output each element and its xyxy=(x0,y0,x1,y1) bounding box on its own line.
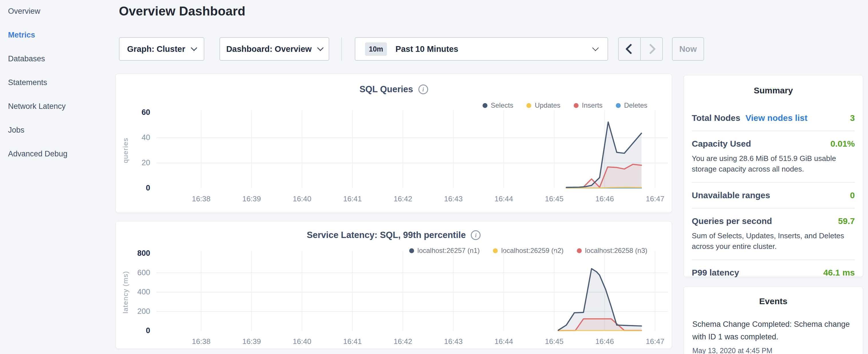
y-tick-label: 400 xyxy=(128,288,150,296)
event-item[interactable]: Schema Change Completed: Schema change w… xyxy=(692,318,854,354)
legend-item[interactable]: Updates xyxy=(526,101,560,109)
now-button[interactable]: Now xyxy=(672,37,704,61)
divider xyxy=(692,131,855,131)
y-tick-label: 20 xyxy=(128,158,150,167)
chart-legend: SelectsUpdatesInsertsDeletes xyxy=(483,101,648,109)
time-range-badge: 10m xyxy=(365,42,387,56)
x-tick-label: 16:45 xyxy=(541,194,567,203)
time-nav-group xyxy=(618,37,663,61)
view-nodes-link[interactable]: View nodes list xyxy=(745,113,807,123)
summary-row-value: 0.01% xyxy=(831,139,855,149)
x-tick-label: 16:42 xyxy=(390,194,416,203)
info-icon[interactable] xyxy=(418,85,428,94)
x-tick-label: 16:38 xyxy=(188,337,214,346)
summary-row-label: Unavailable ranges xyxy=(692,190,770,200)
chart-title: Service Latency: SQL, 99th percentile xyxy=(307,230,466,240)
y-tick-label: 800 xyxy=(128,249,150,258)
y-tick-label: 40 xyxy=(128,133,150,142)
summary-row-value: 46.1 ms xyxy=(823,268,855,278)
chart-title-row: Service Latency: SQL, 99th percentile xyxy=(116,230,672,240)
x-tick-label: 16:38 xyxy=(188,194,214,203)
x-tick-label: 16:41 xyxy=(340,337,365,346)
x-tick-label: 16:42 xyxy=(390,337,416,346)
summary-row: Queries per second59.7Sum of Selects, Up… xyxy=(692,216,855,252)
x-tick-label: 16:45 xyxy=(541,337,567,346)
legend-label: Deletes xyxy=(624,101,647,109)
page-title: Overview Dashboard xyxy=(119,4,245,18)
y-tick-label: 600 xyxy=(128,268,150,277)
chevron-down-icon xyxy=(592,45,599,51)
x-tick-label: 16:43 xyxy=(440,194,466,203)
x-tick-label: 16:46 xyxy=(592,337,618,346)
controls-divider xyxy=(341,37,342,61)
y-tick-label: 0 xyxy=(128,326,150,335)
summary-row: P99 latency46.1 ms xyxy=(692,268,855,278)
legend-label: Selects xyxy=(491,101,514,109)
x-tick-label: 16:47 xyxy=(642,337,668,346)
x-tick-label: 16:46 xyxy=(592,194,618,203)
sidebar-item-jobs[interactable]: Jobs xyxy=(8,126,105,134)
event-timestamp: May 13, 2020 at 4:45 PM xyxy=(692,347,854,354)
summary-row-label: P99 latency xyxy=(692,268,739,278)
legend-dot xyxy=(577,248,582,253)
summary-row-label: Queries per second xyxy=(692,216,772,226)
legend-dot xyxy=(483,103,488,108)
chevron-down-icon xyxy=(191,45,197,51)
chevron-right-icon xyxy=(645,44,656,55)
x-tick-label: 16:47 xyxy=(642,194,668,203)
time-forward-button[interactable] xyxy=(640,38,662,60)
chevron-down-icon xyxy=(317,45,323,51)
sidebar-item-databases[interactable]: Databases xyxy=(8,55,105,62)
summary-title: Summary xyxy=(692,86,855,95)
x-tick-label: 16:41 xyxy=(340,194,365,203)
legend-item[interactable]: Inserts xyxy=(574,101,602,109)
summary-row-value: 59.7 xyxy=(838,216,855,226)
x-tick-label: 16:39 xyxy=(239,194,265,203)
info-icon[interactable] xyxy=(471,230,480,240)
summary-row-desc: Sum of Selects, Updates, Inserts, and De… xyxy=(692,231,855,252)
sidebar-item-statements[interactable]: Statements xyxy=(8,78,105,86)
legend-dot xyxy=(409,248,414,253)
summary-row-desc: You are using 28.6 MiB of 515.9 GiB usab… xyxy=(692,153,855,174)
dashboard-dropdown-label: Dashboard: Overview xyxy=(226,44,311,54)
summary-row-label: Capacity Used xyxy=(692,139,751,149)
chart-title: SQL Queries xyxy=(359,84,413,95)
y-tick-label: 60 xyxy=(128,108,150,117)
sidebar-item-overview[interactable]: Overview xyxy=(8,7,105,15)
time-range-label: Past 10 Minutes xyxy=(396,44,458,54)
summary-panel: Summary Total NodesView nodes list3Capac… xyxy=(683,75,863,277)
sql-queries-chart-card: SQL Queries SelectsUpdatesInsertsDeletes… xyxy=(116,74,672,213)
graph-dropdown[interactable]: Graph: Cluster xyxy=(119,37,204,61)
sidebar-item-network-latency[interactable]: Network Latency xyxy=(8,102,105,110)
legend-label: Inserts xyxy=(582,101,602,109)
summary-row-value: 3 xyxy=(850,113,855,123)
chart-plot xyxy=(156,254,668,331)
divider xyxy=(692,182,855,183)
time-back-button[interactable] xyxy=(619,38,640,60)
x-tick-label: 16:40 xyxy=(289,337,315,346)
x-tick-label: 16:44 xyxy=(491,337,517,346)
legend-item[interactable]: Selects xyxy=(483,101,514,109)
summary-row: Capacity Used0.01%You are using 28.6 MiB… xyxy=(692,139,855,174)
legend-label: Updates xyxy=(535,101,560,109)
summary-row: Unavailable ranges0 xyxy=(692,190,855,200)
service-latency-chart-card: Service Latency: SQL, 99th percentile lo… xyxy=(116,221,672,349)
sidebar: OverviewMetricsDatabasesStatementsNetwor… xyxy=(8,7,105,173)
x-tick-label: 16:40 xyxy=(289,194,315,203)
sidebar-item-advanced-debug[interactable]: Advanced Debug xyxy=(8,150,105,158)
dashboard-dropdown[interactable]: Dashboard: Overview xyxy=(219,37,329,61)
y-axis-label-box: queries xyxy=(116,112,135,188)
summary-row-label: Total Nodes xyxy=(692,113,740,123)
x-tick-label: 16:39 xyxy=(239,337,265,346)
divider xyxy=(692,208,855,208)
x-tick-label: 16:43 xyxy=(440,337,466,346)
chart-title-row: SQL Queries xyxy=(116,84,672,95)
y-tick-label: 0 xyxy=(128,184,150,192)
sidebar-item-metrics[interactable]: Metrics xyxy=(8,31,105,39)
y-tick-label: 200 xyxy=(128,307,150,316)
events-panel: Events Schema Change Completed: Schema c… xyxy=(683,286,863,354)
summary-row: Total NodesView nodes list3 xyxy=(692,113,855,123)
summary-row-value: 0 xyxy=(850,190,855,200)
time-range-dropdown[interactable]: 10m Past 10 Minutes xyxy=(355,37,608,61)
legend-item[interactable]: Deletes xyxy=(616,101,647,109)
